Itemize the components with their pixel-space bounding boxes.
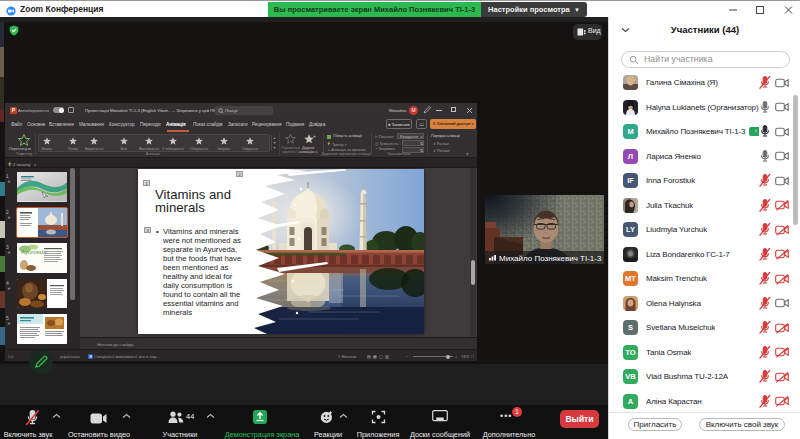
- svg-text:Ayurveda: Ayurveda: [20, 249, 47, 255]
- svg-text:+: +: [313, 134, 316, 139]
- svg-text:Михайло Познякевич ТІ-1-3: Михайло Познякевич ТІ-1-3: [499, 254, 602, 263]
